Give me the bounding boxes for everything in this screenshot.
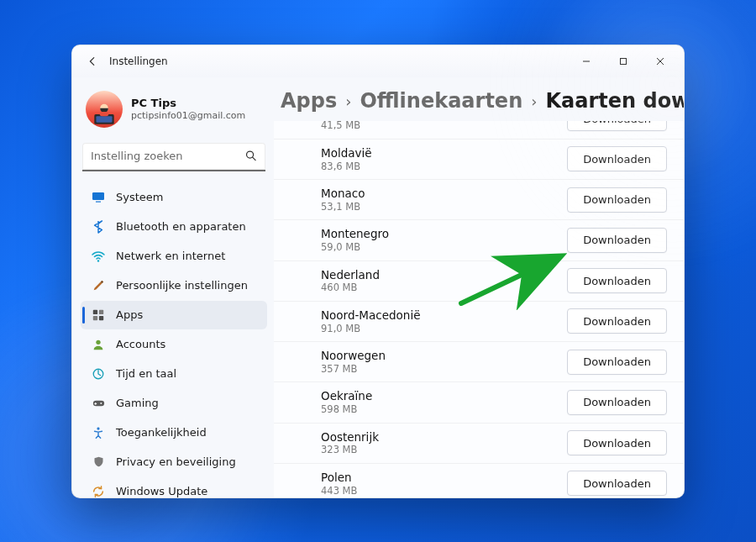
svg-rect-4 [100, 111, 109, 115]
download-button[interactable]: Downloaden [567, 430, 667, 455]
sidebar-item-label: Systeem [116, 191, 259, 203]
map-row: Polen443 MB Downloaden [274, 464, 684, 497]
map-name: Noorwegen [321, 349, 386, 363]
main-content: Apps › Offlinekaarten › Kaarten download… [274, 77, 684, 497]
download-button[interactable]: Downloaden [567, 308, 667, 334]
sidebar-item-windows-update[interactable]: Windows Update [81, 477, 267, 498]
sidebar: PC Tips pctipsinfo01@gmail.com Systeem B… [72, 77, 274, 497]
svg-rect-0 [621, 58, 627, 64]
back-button[interactable] [81, 50, 104, 73]
close-icon [656, 57, 664, 66]
gamepad-icon [91, 396, 106, 411]
search-input[interactable] [82, 143, 265, 171]
map-size: 598 MB [321, 403, 372, 415]
sidebar-item-label: Persoonlijke instellingen [116, 279, 259, 292]
avatar-illustration-icon [90, 99, 118, 128]
sidebar-item-system[interactable]: Systeem [81, 183, 267, 212]
sidebar-item-accounts[interactable]: Accounts [81, 330, 267, 359]
map-row: Oostenrijk323 MB Downloaden [274, 424, 684, 464]
map-row: Monaco53,1 MB Downloaden [274, 180, 684, 220]
map-name: Noord-Macedonië [321, 308, 420, 323]
download-button[interactable]: Downloaden [567, 146, 667, 171]
map-row: Nederland460 MB Downloaden [274, 261, 684, 302]
map-name: Oekraïne [321, 389, 372, 403]
download-button[interactable]: Downloaden [567, 471, 667, 496]
breadcrumb-apps[interactable]: Apps [281, 89, 337, 113]
chevron-right-icon: › [345, 92, 351, 110]
sidebar-item-accessibility[interactable]: Toegankelijkheid [81, 418, 267, 447]
sidebar-item-personalization[interactable]: Persoonlijke instellingen [81, 271, 267, 300]
close-button[interactable] [642, 49, 679, 74]
map-size: 83,6 MB [321, 160, 372, 172]
download-button[interactable]: Downloaden [567, 121, 667, 132]
sidebar-item-label: Windows Update [116, 485, 259, 497]
download-button[interactable]: Downloaden [567, 350, 667, 375]
minimize-icon [582, 57, 591, 66]
chevron-right-icon: › [531, 92, 537, 110]
sidebar-item-label: Accounts [116, 338, 259, 350]
person-icon [91, 337, 106, 352]
sidebar-item-label: Gaming [116, 397, 259, 409]
avatar [86, 91, 123, 128]
map-row: Malta41,5 MB Downloaden [274, 121, 684, 139]
breadcrumb-current: Kaarten downloaden [545, 89, 685, 113]
svg-rect-7 [96, 201, 101, 202]
update-icon [91, 484, 106, 498]
map-name: Montenegro [321, 227, 389, 241]
monitor-icon [91, 190, 106, 205]
profile-name: PC Tips [131, 97, 245, 110]
svg-point-8 [97, 260, 99, 261]
map-name: Moldavië [321, 146, 372, 160]
svg-point-16 [100, 403, 102, 404]
svg-point-13 [96, 339, 100, 344]
download-button[interactable]: Downloaden [567, 390, 667, 415]
map-size: 323 MB [321, 444, 379, 455]
map-size: 53,1 MB [321, 201, 365, 213]
sidebar-item-network[interactable]: Netwerk en internet [81, 242, 267, 271]
svg-rect-9 [93, 309, 97, 313]
svg-rect-10 [99, 309, 103, 313]
svg-point-17 [97, 427, 99, 429]
sidebar-item-apps[interactable]: Apps [81, 301, 267, 329]
map-name: Monaco [321, 187, 365, 201]
breadcrumb: Apps › Offlinekaarten › Kaarten download… [274, 89, 684, 121]
map-row: Noorwegen357 MB Downloaden [274, 342, 684, 382]
map-name: Oostenrijk [321, 430, 379, 445]
titlebar: Instellingen [72, 45, 684, 77]
minimize-button[interactable] [568, 49, 605, 74]
download-button[interactable]: Downloaden [567, 228, 667, 253]
map-row: Oekraïne598 MB Downloaden [274, 382, 684, 423]
map-size: 41,5 MB [321, 121, 360, 132]
sidebar-nav: Systeem Bluetooth en apparaten Netwerk e… [81, 183, 267, 498]
shield-icon [91, 455, 106, 470]
maps-list: Malta41,5 MB Downloaden Moldavië83,6 MB … [274, 121, 684, 497]
download-button[interactable]: Downloaden [567, 268, 667, 293]
svg-rect-2 [96, 116, 112, 122]
accessibility-icon [91, 425, 106, 440]
window-title: Instellingen [109, 55, 168, 67]
map-row: Montenegro59,0 MB Downloaden [274, 220, 684, 260]
breadcrumb-offline-maps[interactable]: Offlinekaarten [360, 89, 522, 113]
sidebar-item-time-language[interactable]: Tijd en taal [81, 360, 267, 388]
profile[interactable]: PC Tips pctipsinfo01@gmail.com [81, 86, 267, 136]
map-size: 59,0 MB [321, 241, 389, 253]
sidebar-item-gaming[interactable]: Gaming [81, 389, 267, 418]
map-row: Noord-Macedonië91,0 MB Downloaden [274, 302, 684, 342]
download-button[interactable]: Downloaden [567, 187, 667, 213]
maximize-button[interactable] [605, 49, 642, 74]
map-size: 443 MB [321, 485, 357, 497]
sidebar-item-bluetooth[interactable]: Bluetooth en apparaten [81, 213, 267, 241]
sidebar-item-privacy[interactable]: Privacy en beveiliging [81, 448, 267, 476]
globe-clock-icon [91, 366, 106, 382]
sidebar-item-label: Netwerk en internet [116, 250, 259, 262]
apps-icon [91, 308, 106, 323]
map-size: 460 MB [321, 282, 380, 293]
paintbrush-icon [91, 278, 106, 293]
svg-rect-11 [93, 315, 97, 319]
sidebar-item-label: Toegankelijkheid [116, 426, 259, 439]
wifi-icon [91, 249, 106, 264]
map-size: 357 MB [321, 363, 386, 375]
map-name: Nederland [321, 268, 380, 282]
maximize-icon [619, 57, 627, 66]
profile-email: pctipsinfo01@gmail.com [131, 110, 245, 121]
